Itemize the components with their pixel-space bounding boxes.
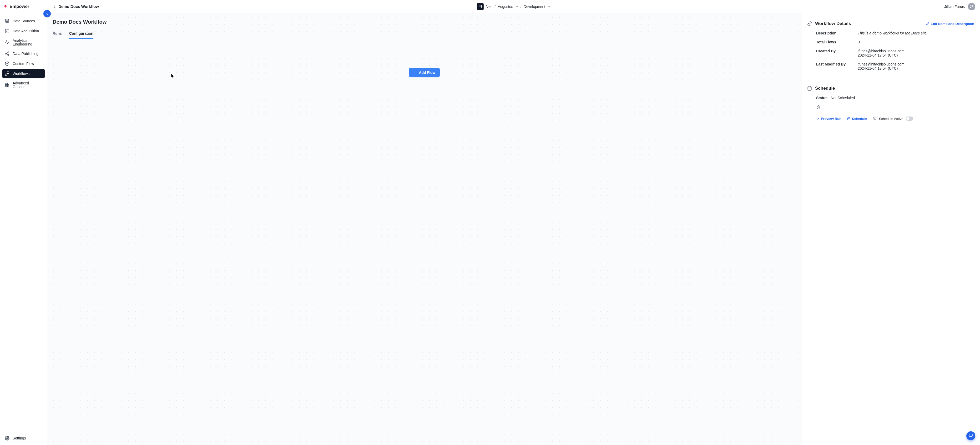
modified-by-time: 2024-11-04 17:54 (UTC)	[858, 66, 974, 70]
schedule-active-label: Schedule Active	[879, 117, 904, 121]
bar-chart-icon	[5, 29, 10, 33]
sidebar-item-label: Advanced Options	[13, 81, 42, 89]
flow-canvas[interactable]: Add Flow	[52, 39, 796, 440]
chat-button[interactable]	[966, 431, 975, 440]
tab-label: Configuration	[69, 31, 93, 35]
svg-line-16	[6, 54, 8, 55]
breadcrumb-back-icon[interactable]	[52, 5, 56, 8]
mouse-cursor-icon	[171, 74, 175, 79]
sidebar-item-label: Custom Flow	[13, 62, 34, 65]
schedule-cron: -	[807, 105, 974, 110]
org-icon[interactable]	[477, 3, 484, 10]
canvas-pane: Demo Docs Workflow Runs Configuration Ad…	[47, 13, 801, 445]
sidebar-item-analytics-engineering[interactable]: Analytics Engineering	[2, 36, 45, 48]
activity-icon	[5, 40, 10, 45]
breadcrumb-separator: /	[520, 5, 522, 9]
org-name[interactable]: Neo	[486, 5, 493, 9]
gear-icon	[5, 436, 10, 440]
modified-by-value: jfunes@hitachisolutions.com 2024-11-04 1…	[858, 62, 974, 70]
schedule-status-value: Not Scheduled	[830, 96, 855, 100]
header-user: Jillian Funes JF	[941, 3, 975, 10]
add-flow-label: Add Flow	[419, 70, 436, 75]
env-dropdown-icon[interactable]	[548, 5, 550, 8]
schedule-cron-value: -	[823, 106, 824, 110]
sidebar: Data Sources Data Acquisition Analytics …	[0, 13, 47, 445]
header: Demo Docs Workflow Neo / Augustus / Deve…	[47, 0, 980, 13]
details-pane: Workflow Details Edit Name and Descripti…	[801, 13, 980, 445]
edit-name-description-link[interactable]: Edit Name and Description	[926, 22, 974, 26]
created-by-label: Created By	[816, 49, 853, 57]
preview-run-link[interactable]: Preview Run	[816, 117, 842, 121]
edit-link-label: Edit Name and Description	[931, 22, 974, 26]
svg-line-15	[6, 52, 8, 53]
created-by-user: jfunes@hitachisolutions.com	[858, 49, 974, 53]
logo[interactable]: Empower	[0, 0, 47, 13]
breadcrumb-title: Demo Docs Workflow	[58, 4, 99, 9]
user-avatar[interactable]: JF	[968, 3, 975, 10]
schedule-link[interactable]: Schedule	[847, 117, 867, 121]
main: Demo Docs Workflow Runs Configuration Ad…	[47, 13, 980, 445]
sidebar-item-data-sources[interactable]: Data Sources	[2, 16, 45, 26]
empower-logo-icon	[4, 4, 8, 9]
sidebar-item-data-acquisition[interactable]: Data Acquisition	[2, 26, 45, 36]
sidebar-item-label: Analytics Engineering	[13, 39, 42, 46]
svg-rect-20	[8, 86, 9, 87]
svg-point-7	[6, 19, 9, 21]
created-by-value: jfunes@hitachisolutions.com 2024-11-04 1…	[858, 49, 974, 57]
workflow-details-title: Workflow Details	[815, 21, 851, 26]
sidebar-item-workflows[interactable]: Workflows	[2, 69, 45, 78]
env-name[interactable]: Development	[523, 5, 546, 9]
sidebar-item-custom-flow[interactable]: Custom Flow	[2, 59, 45, 68]
sidebar-item-label: Settings	[13, 436, 26, 440]
sidebar-item-label: Workflows	[13, 72, 29, 75]
svg-marker-32	[817, 118, 819, 120]
sidebar-collapse-button[interactable]	[43, 10, 51, 17]
link-icon	[5, 71, 10, 76]
project-dropdown-icon[interactable]	[516, 5, 519, 8]
nav-list: Data Sources Data Acquisition Analytics …	[2, 16, 45, 91]
schedule-active-toggle[interactable]	[906, 116, 913, 121]
tabs: Runs Configuration	[52, 29, 796, 39]
description-label: Description	[816, 31, 853, 35]
breadcrumb[interactable]: Demo Docs Workflow	[52, 4, 99, 9]
user-name[interactable]: Jillian Funes	[944, 5, 965, 9]
app-name: Empower	[10, 4, 29, 9]
sidebar-item-settings[interactable]: Settings	[2, 434, 45, 443]
add-flow-button[interactable]: Add Flow	[409, 68, 440, 77]
schedule-actions: Preview Run Schedule Schedule Active	[807, 116, 974, 121]
modified-by-label: Last Modified By	[816, 62, 853, 70]
sidebar-item-data-publishing[interactable]: Data Publishing	[2, 49, 45, 59]
svg-rect-19	[8, 83, 9, 84]
tab-configuration[interactable]: Configuration	[69, 29, 93, 39]
stopwatch-icon	[816, 105, 820, 110]
svg-point-22	[6, 438, 8, 439]
svg-rect-21	[5, 86, 6, 87]
schedule-section: Schedule Status: Not Scheduled - Preview…	[807, 86, 974, 121]
description-value: This is a demo workflows for the Docs si…	[858, 31, 974, 35]
schedule-header: Schedule	[807, 86, 974, 91]
context-switcher: Neo / Augustus / Development	[477, 3, 550, 10]
schedule-title: Schedule	[815, 86, 835, 91]
total-flows-value: 0	[858, 40, 974, 44]
info-icon[interactable]	[873, 116, 877, 121]
modified-by-user: jfunes@hitachisolutions.com	[858, 62, 974, 66]
svg-rect-33	[848, 118, 850, 120]
schedule-active-group: Schedule Active	[873, 116, 913, 121]
created-by-time: 2024-11-04 17:54 (UTC)	[858, 53, 974, 57]
sidebar-item-advanced-options[interactable]: Advanced Options	[2, 79, 45, 91]
svg-rect-18	[5, 83, 6, 84]
calendar-icon	[807, 86, 812, 91]
project-name[interactable]: Augustus	[498, 5, 513, 9]
schedule-status-label: Status:	[816, 96, 829, 100]
box-icon	[5, 61, 10, 66]
workflow-details-grid: Description This is a demo workflows for…	[807, 31, 974, 70]
link-icon	[807, 21, 812, 26]
tab-runs[interactable]: Runs	[52, 29, 62, 39]
sidebar-item-label: Data Acquisition	[13, 29, 39, 33]
chat-icon	[969, 434, 973, 439]
svg-rect-0	[479, 5, 481, 8]
database-icon	[5, 19, 10, 24]
app-root: Empower Demo Docs Workflow Neo / Augustu…	[0, 0, 980, 445]
sidebar-bottom: Settings	[2, 434, 45, 443]
header-divider	[941, 3, 941, 10]
